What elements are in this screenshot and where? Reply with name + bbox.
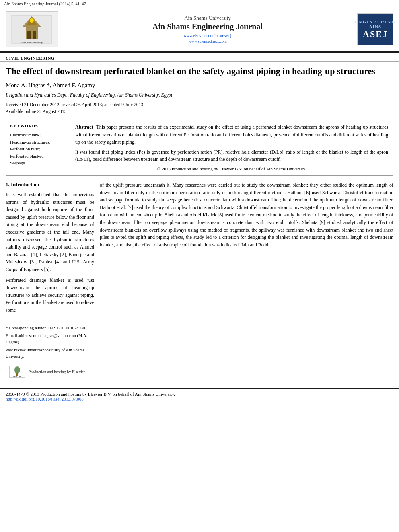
affiliation: Irrigation and Hydraulics Dept., Faculty… <box>6 92 393 98</box>
svg-text:Ain Shams University: Ain Shams University <box>21 41 42 44</box>
authors: Mona A. Hagras *, Ahmed F. Agamy <box>6 82 393 89</box>
elsevier-text: Production and hosting by Elsevier <box>29 370 85 374</box>
dates-line1: Received 21 December 2012; revised 26 Ap… <box>6 101 393 108</box>
body-columns: 1. Introduction It is well established t… <box>6 181 393 380</box>
elsevier-logo: ELSEVIER <box>9 366 25 378</box>
abstract-keywords-box: KEYWORDS Electrolytic tank; Heading-up s… <box>6 119 393 176</box>
svg-rect-3 <box>33 31 36 39</box>
article-title: The effect of downstream perforated blan… <box>6 66 393 77</box>
keyword-4: Perforated blanket; <box>10 153 66 160</box>
section1-paragraph1: It is well established that the impervio… <box>6 191 94 273</box>
doi-link[interactable]: http://dx.doi.org/10.1016/j.asej.2013.07… <box>6 396 393 401</box>
journal-citation: Ain Shams Engineering Journal (2014) 5, … <box>4 2 86 6</box>
header-center: Ain Shams University Ain Shams Engineeri… <box>58 15 357 44</box>
footnote-email-label: E-mail address: monahagras@yahoo.com (M.… <box>6 333 87 344</box>
issn-text: 2090-4479 © 2013 Production and hosting … <box>6 392 393 396</box>
url2[interactable]: www.sciencedirect.com <box>62 39 353 44</box>
asej-logo-text: ASEJ <box>355 29 395 39</box>
keyword-5: Seepage <box>10 160 66 167</box>
section1-heading: 1. Introduction <box>6 181 94 188</box>
main-content: The effect of downstream perforated blan… <box>0 62 399 384</box>
url1[interactable]: www.elsevier.com/locate/asej <box>62 33 353 39</box>
keyword-1: Electrolytic tank; <box>10 131 66 139</box>
footnote-corresponding: * Corresponding author. Tel.: +20 100107… <box>6 325 94 331</box>
author-names: Mona A. Hagras *, Ahmed F. Agamy <box>6 82 95 88</box>
journal-urls: www.elsevier.com/locate/asej www.science… <box>62 33 353 44</box>
bottom-bar: 2090-4479 © 2013 Production and hosting … <box>0 388 399 404</box>
header: Ain Shams University Ain Shams Universit… <box>0 8 399 52</box>
category-text: CIVIL ENGINEERING <box>6 55 55 60</box>
keyword-2: Heading-up structures; <box>10 139 66 146</box>
keyword-3: Perforation ratio; <box>10 146 66 153</box>
university-logo: Ain Shams University <box>6 11 58 47</box>
keywords-box: KEYWORDS Electrolytic tank; Heading-up s… <box>6 119 70 175</box>
dates: Received 21 December 2012; revised 26 Ap… <box>6 101 393 115</box>
footnote-peer-review: Peer review under responsibility of Ain … <box>6 347 94 360</box>
svg-point-5 <box>30 18 34 23</box>
university-name: Ain Shams University <box>62 15 353 21</box>
journal-name: Ain Shams Engineering Journal <box>62 22 353 31</box>
elsevier-banner: ELSEVIER Production and hosting by Elsev… <box>6 363 94 380</box>
abstract-text: Abstract This paper presents the results… <box>75 123 388 163</box>
abstract-label: Abstract <box>75 124 93 130</box>
asej-logo: ENGINEERING AINS ASEJ <box>357 13 393 45</box>
dates-line2: Available online 22 August 2013 <box>6 108 393 115</box>
footnotes: * Corresponding author. Tel.: +20 100107… <box>6 322 94 360</box>
top-bar: Ain Shams Engineering Journal (2014) 5, … <box>0 0 399 8</box>
section1-right-paragraph1: of the uplift pressure underneath it. Ma… <box>100 181 393 249</box>
left-column: 1. Introduction It is well established t… <box>6 181 94 380</box>
category-label: CIVIL ENGINEERING <box>0 53 399 62</box>
svg-rect-2 <box>27 31 31 39</box>
svg-text:ELSEVIER: ELSEVIER <box>13 375 21 377</box>
svg-point-8 <box>14 366 20 374</box>
abstract-paragraph2: It was found that piping index (Pe) is g… <box>75 148 388 163</box>
right-column: of the uplift pressure underneath it. Ma… <box>100 181 393 380</box>
abstract-box: Abstract This paper presents the results… <box>70 119 393 175</box>
abstract-paragraph1: This paper presents the results of an ex… <box>75 124 388 145</box>
keywords-title: KEYWORDS <box>10 123 66 128</box>
section1-paragraph2: Perforated drainage blanket is used just… <box>6 277 94 314</box>
footnote-email: E-mail address: monahagras@yahoo.com (M.… <box>6 333 94 345</box>
abstract-copyright: © 2013 Production and hosting by Elsevie… <box>75 166 388 171</box>
